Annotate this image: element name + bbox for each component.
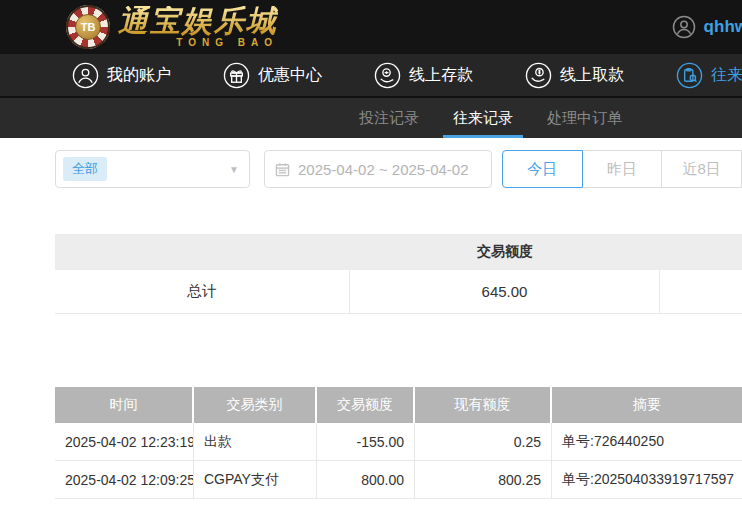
deposit-hand-coin-icon [374,62,401,89]
tab-processing-orders[interactable]: 处理中订单 [543,98,626,138]
tab-label: 投注记录 [359,109,419,128]
filter-bar: 全部 ▼ 2025-04-02 ~ 2025-04-02 今日 昨日 近8日 [55,150,742,188]
transactions-table: 时间 交易类别 交易额度 现有额度 摘要 2025-04-02 12:23:19… [55,387,742,499]
withdraw-hand-coin-icon [525,62,552,89]
user-account-area[interactable]: qhhw [672,15,742,39]
chevron-down-icon: ▼ [229,164,239,175]
nav-item-my-account[interactable]: 我的账户 [72,62,171,89]
top-bar: TB 通宝娱乐城 TONG BAO qhhw [0,0,742,54]
summary-header-row: 交易额度 [55,234,742,270]
nav-item-promotions[interactable]: 优惠中心 [223,62,322,89]
date-range-input[interactable]: 2025-04-02 ~ 2025-04-02 [264,150,492,188]
cell-balance: 800.25 [415,461,552,498]
col-header-summary: 摘要 [552,387,742,423]
records-clipboard-icon [676,62,703,89]
nav-label: 往来记录 [711,65,742,86]
last-8-days-button[interactable]: 近8日 [661,150,742,188]
nav-item-online-withdrawal[interactable]: 线上取款 [525,62,624,89]
gift-icon [223,62,250,89]
quick-date-buttons: 今日 昨日 近8日 [502,150,742,188]
col-header-type: 交易类别 [194,387,317,423]
col-header-balance: 现有额度 [415,387,552,423]
col-header-amount: 交易额度 [317,387,415,423]
username-text[interactable]: qhhw [704,17,742,37]
summary-total-label: 总计 [55,270,350,313]
tab-betting-records[interactable]: 投注记录 [355,98,423,138]
cell-type: 出款 [194,423,317,460]
table-header-row: 时间 交易类别 交易额度 现有额度 摘要 [55,387,742,423]
cell-time: 2025-04-02 12:23:19 [55,423,194,460]
nav-label: 我的账户 [107,65,171,86]
main-navigation: 我的账户 优惠中心 线上存款 线上取款 往来记录 [0,54,742,98]
chip-tb-monogram: TB [75,14,101,40]
cell-amount: -155.00 [317,423,415,460]
table-row: 2025-04-02 12:23:19 出款 -155.00 0.25 单号:7… [55,423,742,461]
tab-transaction-records[interactable]: 往来记录 [449,98,517,138]
summary-empty-cell [660,270,742,313]
nav-label: 优惠中心 [258,65,322,86]
cell-balance: 0.25 [415,423,552,460]
logo-chinese-name: 通宝娱乐城 [118,6,278,36]
yesterday-button[interactable]: 昨日 [582,150,663,188]
cell-summary: 单号:726440250 [552,423,742,460]
user-avatar-icon [672,15,696,39]
user-circle-icon [72,62,99,89]
table-row: 2025-04-02 12:09:25 CGPAY支付 800.00 800.2… [55,461,742,499]
cell-type: CGPAY支付 [194,461,317,498]
logo-english-name: TONG BAO [176,38,278,48]
summary-total-value: 645.00 [350,270,660,313]
poker-chip-icon: TB [66,5,110,49]
nav-item-online-deposit[interactable]: 线上存款 [374,62,473,89]
nav-item-transaction-records[interactable]: 往来记录 [676,62,742,89]
records-tab-bar: 投注记录 往来记录 处理中订单 [0,98,742,138]
date-range-value[interactable]: 2025-04-02 ~ 2025-04-02 [298,161,469,178]
logo-text: 通宝娱乐城 TONG BAO [118,6,278,48]
tab-label: 往来记录 [453,109,513,128]
calendar-icon [275,162,290,177]
site-logo[interactable]: TB 通宝娱乐城 TONG BAO [66,5,278,49]
summary-table: 交易额度 总计 645.00 [55,234,742,314]
cell-amount: 800.00 [317,461,415,498]
selected-category-tag[interactable]: 全部 [63,157,107,181]
summary-total-row: 总计 645.00 [55,270,742,314]
cell-time: 2025-04-02 12:09:25 [55,461,194,498]
tab-label: 处理中订单 [547,109,622,128]
col-header-time: 时间 [55,387,194,423]
nav-label: 线上取款 [560,65,624,86]
nav-label: 线上存款 [409,65,473,86]
cell-summary: 单号:202504033919717597 [552,461,742,498]
summary-header-amount: 交易额度 [350,243,660,261]
today-button[interactable]: 今日 [502,150,583,188]
category-select[interactable]: 全部 ▼ [55,150,250,188]
